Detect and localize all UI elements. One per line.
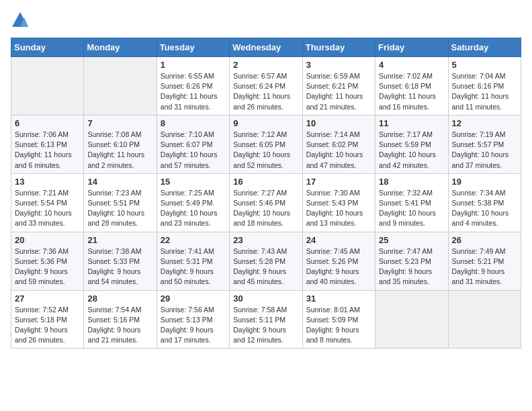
logo — [11, 11, 32, 30]
calendar-week-row: 6Sunrise: 7:06 AMSunset: 6:13 PMDaylight… — [11, 115, 521, 173]
day-number: 17 — [306, 177, 371, 187]
day-number: 2 — [233, 60, 298, 70]
day-number: 23 — [233, 235, 298, 245]
calendar-cell: 22Sunrise: 7:41 AMSunset: 5:31 PMDayligh… — [157, 232, 229, 290]
day-number: 27 — [15, 293, 80, 304]
calendar-week-row: 20Sunrise: 7:36 AMSunset: 5:36 PMDayligh… — [11, 232, 521, 290]
day-number: 26 — [452, 235, 517, 245]
day-info: Sunrise: 7:41 AMSunset: 5:31 PMDaylight:… — [161, 246, 226, 287]
day-info: Sunrise: 7:14 AMSunset: 6:02 PMDaylight:… — [306, 130, 371, 171]
day-number: 1 — [161, 60, 226, 70]
calendar-cell: 27Sunrise: 7:52 AMSunset: 5:18 PMDayligh… — [11, 290, 84, 349]
calendar-cell: 19Sunrise: 7:34 AMSunset: 5:38 PMDayligh… — [448, 173, 521, 232]
day-info: Sunrise: 7:23 AMSunset: 5:51 PMDaylight:… — [87, 188, 152, 229]
day-info: Sunrise: 7:56 AMSunset: 5:13 PMDaylight:… — [161, 305, 226, 346]
calendar-table: SundayMondayTuesdayWednesdayThursdayFrid… — [11, 38, 521, 349]
calendar-cell: 31Sunrise: 8:01 AMSunset: 5:09 PMDayligh… — [302, 290, 375, 349]
day-number: 22 — [161, 235, 226, 245]
day-info: Sunrise: 6:59 AMSunset: 6:21 PMDaylight:… — [306, 71, 371, 112]
weekday-header: Wednesday — [230, 38, 302, 57]
day-info: Sunrise: 7:17 AMSunset: 5:59 PMDaylight:… — [379, 130, 444, 171]
calendar-cell: 30Sunrise: 7:58 AMSunset: 5:11 PMDayligh… — [230, 290, 302, 349]
weekday-header: Thursday — [302, 38, 375, 57]
calendar-cell: 29Sunrise: 7:56 AMSunset: 5:13 PMDayligh… — [157, 290, 229, 349]
day-number: 30 — [233, 293, 298, 304]
calendar-cell — [84, 57, 157, 116]
day-number: 29 — [161, 293, 226, 304]
day-info: Sunrise: 7:58 AMSunset: 5:11 PMDaylight:… — [233, 305, 298, 346]
day-info: Sunrise: 7:12 AMSunset: 6:05 PMDaylight:… — [233, 130, 298, 171]
day-info: Sunrise: 7:10 AMSunset: 6:07 PMDaylight:… — [161, 130, 226, 171]
day-info: Sunrise: 7:27 AMSunset: 5:46 PMDaylight:… — [233, 188, 298, 229]
day-info: Sunrise: 6:55 AMSunset: 6:26 PMDaylight:… — [161, 71, 226, 112]
calendar-cell: 7Sunrise: 7:08 AMSunset: 6:10 PMDaylight… — [84, 115, 157, 173]
weekday-header: Friday — [375, 38, 448, 57]
calendar-cell: 17Sunrise: 7:30 AMSunset: 5:43 PMDayligh… — [302, 173, 375, 232]
calendar-week-row: 13Sunrise: 7:21 AMSunset: 5:54 PMDayligh… — [11, 173, 521, 232]
calendar-cell: 20Sunrise: 7:36 AMSunset: 5:36 PMDayligh… — [11, 232, 84, 290]
calendar-week-row: 27Sunrise: 7:52 AMSunset: 5:18 PMDayligh… — [11, 290, 521, 349]
day-info: Sunrise: 6:57 AMSunset: 6:24 PMDaylight:… — [233, 71, 298, 112]
day-number: 28 — [87, 293, 152, 304]
calendar-week-row: 1Sunrise: 6:55 AMSunset: 6:26 PMDaylight… — [11, 57, 521, 116]
day-number: 5 — [452, 60, 517, 70]
day-number: 3 — [306, 60, 371, 70]
day-number: 10 — [306, 118, 371, 128]
day-number: 9 — [233, 118, 298, 128]
day-number: 7 — [87, 118, 152, 128]
day-info: Sunrise: 7:06 AMSunset: 6:13 PMDaylight:… — [15, 130, 80, 171]
day-number: 19 — [452, 177, 517, 187]
calendar-cell: 25Sunrise: 7:47 AMSunset: 5:23 PMDayligh… — [375, 232, 448, 290]
day-number: 25 — [379, 235, 444, 245]
day-info: Sunrise: 8:01 AMSunset: 5:09 PMDaylight:… — [306, 305, 371, 346]
calendar-cell: 3Sunrise: 6:59 AMSunset: 6:21 PMDaylight… — [302, 57, 375, 116]
day-number: 18 — [379, 177, 444, 187]
calendar-cell: 21Sunrise: 7:38 AMSunset: 5:33 PMDayligh… — [84, 232, 157, 290]
day-info: Sunrise: 7:45 AMSunset: 5:26 PMDaylight:… — [306, 246, 371, 287]
day-info: Sunrise: 7:19 AMSunset: 5:57 PMDaylight:… — [452, 130, 517, 171]
day-number: 31 — [306, 293, 371, 304]
day-number: 13 — [15, 177, 80, 187]
calendar-cell: 5Sunrise: 7:04 AMSunset: 6:16 PMDaylight… — [448, 57, 521, 116]
weekday-header-row: SundayMondayTuesdayWednesdayThursdayFrid… — [11, 38, 521, 57]
day-info: Sunrise: 7:43 AMSunset: 5:28 PMDaylight:… — [233, 246, 298, 287]
calendar-cell: 8Sunrise: 7:10 AMSunset: 6:07 PMDaylight… — [157, 115, 229, 173]
calendar-cell: 14Sunrise: 7:23 AMSunset: 5:51 PMDayligh… — [84, 173, 157, 232]
day-number: 11 — [379, 118, 444, 128]
day-info: Sunrise: 7:36 AMSunset: 5:36 PMDaylight:… — [15, 246, 80, 287]
logo-icon — [11, 11, 30, 30]
weekday-header: Monday — [84, 38, 157, 57]
calendar-cell: 11Sunrise: 7:17 AMSunset: 5:59 PMDayligh… — [375, 115, 448, 173]
calendar-cell — [448, 290, 521, 349]
day-info: Sunrise: 7:54 AMSunset: 5:16 PMDaylight:… — [87, 305, 152, 346]
calendar-cell — [375, 290, 448, 349]
day-info: Sunrise: 7:30 AMSunset: 5:43 PMDaylight:… — [306, 188, 371, 229]
day-info: Sunrise: 7:04 AMSunset: 6:16 PMDaylight:… — [452, 71, 517, 112]
calendar-cell: 26Sunrise: 7:49 AMSunset: 5:21 PMDayligh… — [448, 232, 521, 290]
weekday-header: Sunday — [11, 38, 84, 57]
calendar-cell: 6Sunrise: 7:06 AMSunset: 6:13 PMDaylight… — [11, 115, 84, 173]
calendar-cell: 4Sunrise: 7:02 AMSunset: 6:18 PMDaylight… — [375, 57, 448, 116]
calendar-cell: 15Sunrise: 7:25 AMSunset: 5:49 PMDayligh… — [157, 173, 229, 232]
day-info: Sunrise: 7:32 AMSunset: 5:41 PMDaylight:… — [379, 188, 444, 229]
day-info: Sunrise: 7:47 AMSunset: 5:23 PMDaylight:… — [379, 246, 444, 287]
day-number: 16 — [233, 177, 298, 187]
calendar-cell: 28Sunrise: 7:54 AMSunset: 5:16 PMDayligh… — [84, 290, 157, 349]
day-number: 15 — [161, 177, 226, 187]
day-info: Sunrise: 7:21 AMSunset: 5:54 PMDaylight:… — [15, 188, 80, 229]
day-number: 20 — [15, 235, 80, 245]
day-info: Sunrise: 7:34 AMSunset: 5:38 PMDaylight:… — [452, 188, 517, 229]
day-info: Sunrise: 7:25 AMSunset: 5:49 PMDaylight:… — [161, 188, 226, 229]
calendar-cell — [11, 57, 84, 116]
day-info: Sunrise: 7:38 AMSunset: 5:33 PMDaylight:… — [87, 246, 152, 287]
day-info: Sunrise: 7:52 AMSunset: 5:18 PMDaylight:… — [15, 305, 80, 346]
day-number: 24 — [306, 235, 371, 245]
weekday-header: Tuesday — [157, 38, 229, 57]
day-number: 6 — [15, 118, 80, 128]
weekday-header: Saturday — [448, 38, 521, 57]
day-number: 21 — [87, 235, 152, 245]
day-info: Sunrise: 7:02 AMSunset: 6:18 PMDaylight:… — [379, 71, 444, 112]
day-number: 12 — [452, 118, 517, 128]
day-info: Sunrise: 7:08 AMSunset: 6:10 PMDaylight:… — [87, 130, 152, 171]
day-info: Sunrise: 7:49 AMSunset: 5:21 PMDaylight:… — [452, 246, 517, 287]
